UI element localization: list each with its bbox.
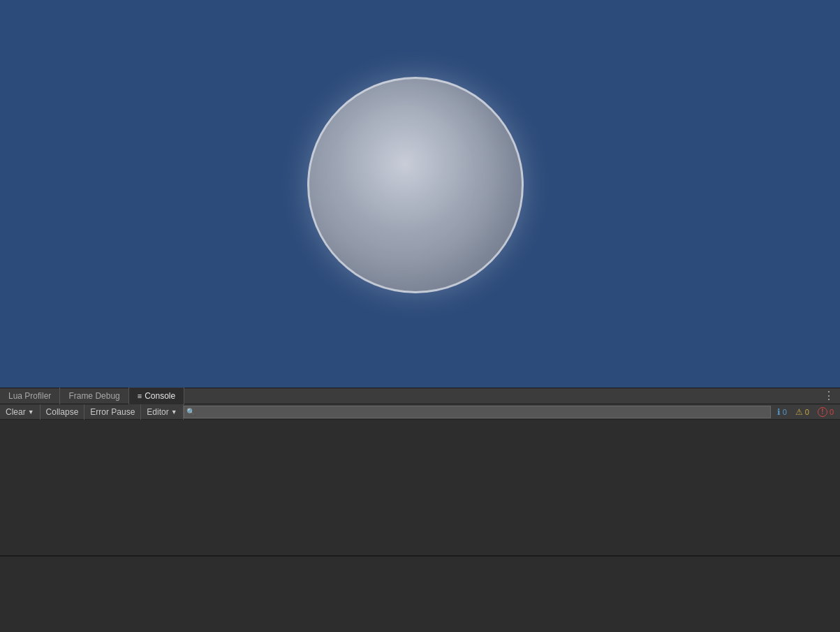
console-icon: ≡ [138, 392, 142, 400]
tab-lua-profiler-label: Lua Profiler [8, 391, 51, 401]
console-toolbar: Clear ▼ Collapse Error Pause Editor ▼ ℹ … [0, 404, 840, 420]
clear-dropdown-arrow: ▼ [28, 409, 34, 416]
console-log-area[interactable] [0, 420, 840, 556]
info-badge[interactable]: ℹ 0 [774, 406, 790, 418]
error-pause-button[interactable]: Error Pause [84, 404, 141, 420]
tab-console-label: Console [145, 391, 175, 401]
tab-frame-debug-label: Frame Debug [68, 391, 119, 401]
tab-menu-icon: ⋮ [823, 390, 834, 402]
search-container [184, 404, 771, 420]
tab-frame-debug[interactable]: Frame Debug [60, 388, 128, 404]
warning-icon: ⚠ [795, 407, 803, 417]
tab-menu-button[interactable]: ⋮ [818, 388, 840, 404]
warning-badge[interactable]: ⚠ 0 [792, 406, 813, 418]
clear-button[interactable]: Clear ▼ [0, 404, 40, 420]
collapse-button[interactable]: Collapse [40, 404, 85, 420]
sphere-object [307, 77, 524, 293]
tab-bar: Lua Profiler Frame Debug ≡ Console ⋮ [0, 388, 840, 404]
console-detail-area [0, 556, 840, 631]
editor-dropdown-arrow: ▼ [171, 409, 177, 416]
tab-lua-profiler[interactable]: Lua Profiler [0, 388, 60, 404]
editor-button[interactable]: Editor ▼ [141, 404, 183, 420]
error-count: 0 [830, 408, 834, 416]
warning-count: 0 [805, 408, 809, 416]
info-icon: ℹ [777, 407, 781, 417]
tab-console[interactable]: ≡ Console [129, 388, 184, 404]
info-count: 0 [783, 408, 787, 416]
badge-area: ℹ 0 ⚠ 0 ! 0 [771, 404, 840, 420]
error-icon: ! [818, 407, 827, 417]
error-badge[interactable]: ! 0 [814, 406, 837, 418]
game-viewport [0, 0, 840, 388]
search-input[interactable] [184, 406, 771, 418]
